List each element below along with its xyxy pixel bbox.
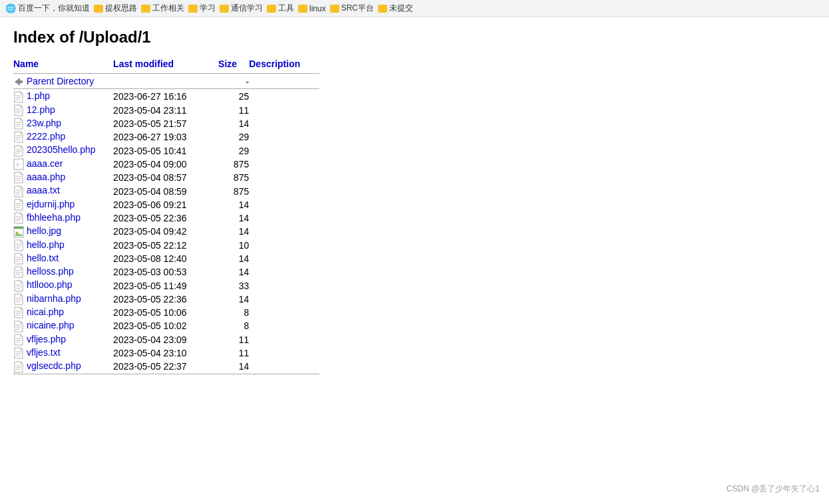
file-name-cell: ejdurnij.php [13,198,113,211]
file-date-cell: 2023-05-04 09:00 [113,158,218,171]
file-link[interactable]: vglsecdc.php [27,360,81,371]
file-size-cell: 14 [218,360,249,374]
file-date-cell: 2023-05-04 23:09 [113,333,218,346]
file-size-cell: 29 [218,144,249,157]
file-desc-cell [249,333,319,346]
file-name-cell: hello.txt [13,252,113,265]
bookmark-2[interactable]: 工作相关 [141,3,184,14]
file-link[interactable]: aaaa.cer [27,158,63,169]
file-type-icon [13,199,24,211]
bookmark-8[interactable]: 未提交 [378,3,413,14]
file-type-icon [13,131,24,143]
file-size-cell: 33 [218,279,249,292]
col-name: Name [13,57,113,74]
bookmark-5[interactable]: 工具 [267,3,294,14]
table-row: nicaine.php2023-05-05 10:028 [13,319,319,332]
folder-icon [298,5,307,13]
file-size-cell: 11 [218,104,249,117]
file-link[interactable]: vfljes.txt [27,347,61,358]
bookmark-1[interactable]: 提权思路 [94,3,137,14]
file-type-icon [13,253,24,265]
desc-sort-link[interactable]: Description [249,59,300,69]
file-link[interactable]: nicaine.php [27,320,75,330]
file-link[interactable]: vfljes.php [27,334,66,344]
file-link[interactable]: hello.php [27,239,65,250]
file-date-cell: 2023-05-05 22:36 [113,211,218,225]
bookmark-label: 学习 [200,3,216,14]
bookmark-label: 百度一下，你就知道 [18,3,90,14]
bookmark-label: 未提交 [389,3,413,14]
last-modified-sort-link[interactable]: Last modified [113,59,174,69]
file-link[interactable]: hello.jpg [27,225,61,236]
file-date-cell: 2023-05-04 23:10 [113,346,218,360]
file-name-cell: nicai.php [13,306,113,319]
file-size-cell: 14 [218,265,249,279]
file-size-cell: 25 [218,90,249,103]
file-link[interactable]: 202305hello.php [27,144,96,155]
name-sort-link[interactable]: Name [13,59,39,69]
folder-icon [330,5,339,13]
file-link[interactable]: ejdurnij.php [27,199,75,209]
file-link[interactable]: aaaa.txt [27,185,60,195]
file-link[interactable]: 2222.php [27,131,65,142]
file-desc-cell [249,239,319,252]
file-date-cell: 2023-05-04 08:59 [113,184,218,197]
file-link[interactable]: Parent Directory [27,76,94,86]
file-type-icon [13,280,24,292]
file-name-cell: nicaine.php [13,319,113,332]
file-date-cell: 2023-05-06 09:21 [113,198,218,211]
bookmark-4[interactable]: 通信学习 [220,3,263,14]
file-desc-cell [249,184,319,197]
file-size-cell: 14 [218,198,249,211]
folder-icon [220,5,229,13]
file-date-cell: 2023-05-05 10:02 [113,319,218,332]
size-sort-link[interactable]: Size [218,59,237,69]
bottom-divider [13,374,319,375]
table-row: nicai.php2023-05-05 10:068 [13,306,319,319]
file-date-cell: 2023-05-04 08:57 [113,171,218,184]
file-desc-cell [249,211,319,225]
file-link[interactable]: nibarnha.php [27,293,81,304]
main-content: Index of /Upload/1 Name Last modified Si… [0,17,829,386]
file-name-cell: 2222.php [13,130,113,144]
file-desc-cell [249,252,319,265]
file-link[interactable]: fbhleeha.php [27,212,81,223]
file-type-icon [13,320,24,332]
file-date-cell: 2023-05-08 12:40 [113,252,218,265]
file-link[interactable]: hello.txt [27,253,59,263]
file-link[interactable]: htllooo.php [27,279,73,290]
col-description: Description [249,57,319,74]
table-row: ? aaaa.cer2023-05-04 09:00875 [13,158,319,171]
table-row: vfljes.txt2023-05-04 23:1011 [13,346,319,360]
file-date-cell: 2023-05-04 09:42 [113,225,218,238]
file-type-icon [13,212,24,224]
bookmark-7[interactable]: SRC平台 [330,3,374,14]
folder-icon [188,5,198,13]
file-size-cell: 875 [218,158,249,171]
table-row: htllooo.php2023-05-05 11:4933 [13,279,319,292]
file-type-icon [13,293,24,305]
file-name-cell: hello.jpg [13,225,113,238]
bookmark-baidu[interactable]: 🌐 百度一下，你就知道 [5,3,90,14]
file-date-cell: 2023-05-05 10:06 [113,306,218,319]
file-link[interactable]: nicai.php [27,307,64,317]
file-link[interactable]: 12.php [27,104,55,115]
bookmark-6[interactable]: linux [298,4,326,13]
file-date-cell: 2023-06-27 19:03 [113,130,218,144]
file-link[interactable]: 23w.php [27,118,61,128]
globe-icon: 🌐 [5,3,16,13]
page-title: Index of /Upload/1 [13,28,816,47]
file-name-cell: 12.php [13,104,113,117]
file-link[interactable]: helloss.php [27,266,74,277]
file-size-cell: 14 [218,293,249,306]
file-name-cell: hello.php [13,239,113,252]
file-name-cell: 23w.php [13,117,113,130]
file-size-cell: 8 [218,306,249,319]
file-size-cell: 14 [218,225,249,238]
file-size-cell: 875 [218,171,249,184]
file-link[interactable]: aaaa.php [27,172,65,182]
bookmark-3[interactable]: 学习 [188,3,216,14]
file-date-cell: 2023-05-04 23:11 [113,104,218,117]
bookmark-label: 通信学习 [231,3,263,14]
file-link[interactable]: 1.php [27,90,50,101]
